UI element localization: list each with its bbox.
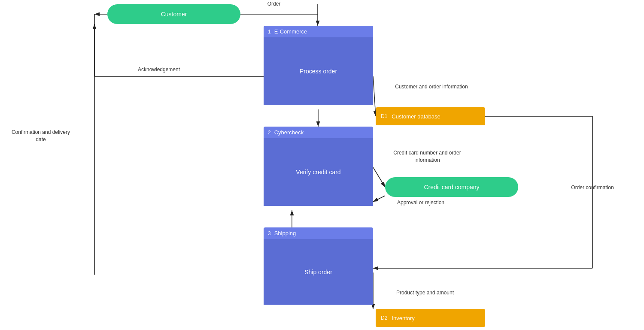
shipping-title: Shipping [274,230,296,236]
ecommerce-body: Process order [264,37,373,105]
shipping-num: 3 [268,230,271,236]
ecommerce-box: 1 E-Commerce Process order [264,26,373,109]
cybercheck-box: 2 Cybercheck Verify credit card [264,127,373,210]
verify-credit-card-label: Verify credit card [296,169,340,176]
inventory-db-label: Inventory [392,315,414,321]
customer-db-label: Customer database [392,113,440,120]
shipping-header: 3 Shipping [264,227,373,239]
ecommerce-title: E-Commerce [274,28,307,35]
ecommerce-num: 1 [268,29,271,35]
diagram-container: Customer 1 E-Commerce Process order 2 Cy… [0,0,644,330]
ship-order-label: Ship order [304,269,332,276]
cc-company-node: Credit card company [385,177,518,197]
customer-db-node: D1 Customer database [376,107,485,125]
approval-rejection-label: Approval or rejection [378,200,464,206]
customer-order-info-label: Customer and order information [376,84,487,90]
cc-company-label: Credit card company [424,184,479,191]
shipping-box: 3 Shipping Ship order [264,227,373,309]
ecommerce-header: 1 E-Commerce [264,26,373,37]
customer-db-id: D1 [381,113,387,119]
customer-label: Customer [161,11,187,18]
order-label: Order [257,1,291,7]
order-confirmation-label: Order confirmation [554,185,631,191]
credit-card-info-label: Credit card number and orderinformation [378,149,477,164]
cybercheck-num: 2 [268,130,271,136]
acknowledgement-label: Acknowledgement [125,67,193,73]
cybercheck-body: Verify credit card [264,138,373,206]
product-type-amount-label: Product type and amount [378,290,472,296]
inventory-db-id: D2 [381,315,387,321]
inventory-db-node: D2 Inventory [376,309,485,327]
cybercheck-title: Cybercheck [274,129,304,136]
shipping-body: Ship order [264,239,373,305]
svg-line-4 [373,167,385,187]
confirmation-delivery-label: Confirmation and deliverydate [4,129,77,143]
process-order-label: Process order [300,68,337,75]
cybercheck-header: 2 Cybercheck [264,127,373,138]
customer-node: Customer [107,4,240,24]
